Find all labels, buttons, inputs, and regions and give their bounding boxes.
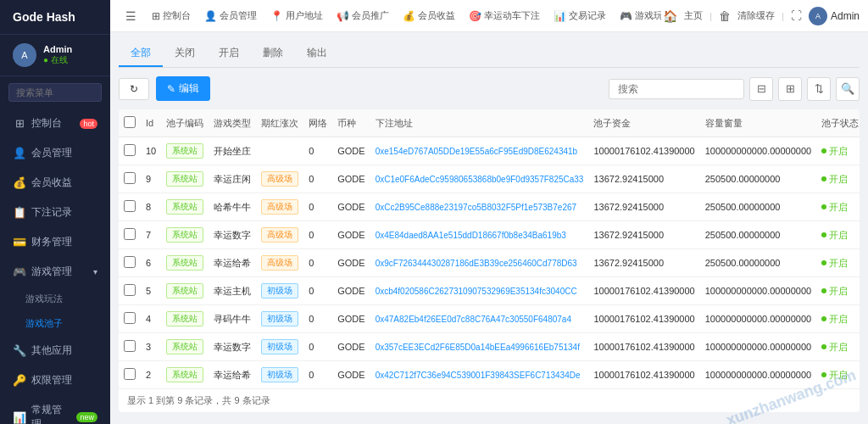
topnav-item-member-income[interactable]: 💰 会员收益 [396,6,462,25]
select-all-checkbox[interactable] [124,116,136,128]
topnav-item-dashboard[interactable]: ⊞ 控制台 [145,6,198,25]
row-capacity: 250500.00000000 [700,193,816,221]
row-type: 幸运数字 [209,333,256,361]
columns-icon-btn[interactable]: ⊟ [749,77,773,101]
content-area: 全部 关闭 开启 删除 输出 ↻ ✎ 编辑 ⊟ ⊞ ⇅ 🔍 [110,32,868,424]
topnav-address-icon: 📍 [270,10,283,22]
topnav-user[interactable]: A Admin [809,7,860,25]
tab-off[interactable]: 关闭 [163,41,207,67]
row-id: 2 [141,361,161,389]
sidebar-search-input[interactable] [8,83,102,102]
row-fund: 13672.92415000 [588,221,699,249]
clear-cache-label[interactable]: 清除缓存 [737,9,775,22]
home-label[interactable]: 主页 [684,9,703,22]
topnav-label: 交易记录 [569,9,606,22]
record-icon: 📋 [13,206,26,219]
monitor-icon: 📊 [13,411,26,424]
sidebar-item-monitor[interactable]: 📊 常规管理 new [0,395,110,424]
row-capacity: 100000000000.00000000 [700,277,816,305]
menu-toggle-button[interactable]: ☰ [119,6,143,26]
sidebar-item-permission[interactable]: 🔑 权限管理 [0,365,110,395]
row-capacity: 250500.00000000 [700,165,816,193]
row-fund: 13672.92415000 [588,249,699,277]
sidebar-item-game-mgmt[interactable]: 🎮 游戏管理 ▾ [0,257,110,287]
row-checkbox[interactable] [119,305,141,333]
row-id: 7 [141,221,161,249]
topnav-item-bet-record[interactable]: 🎯 幸运动车下注 [462,6,547,25]
topnav-label: 控制台 [163,9,191,22]
row-fund: 10000176102.41390000 [588,137,699,165]
row-type: 幸运庄闲 [209,165,256,193]
refresh-button[interactable]: ↻ [119,78,149,100]
row-network: 0 [303,221,332,249]
row-checkbox[interactable] [119,361,141,389]
pagination-info: 显示 1 到第 9 条记录，共 9 条记录 [119,394,860,412]
row-code: 系统站 [161,333,209,361]
topnav-item-member-mgmt[interactable]: 👤 会员管理 [198,6,264,25]
row-fund: 10000176102.41390000 [588,305,699,333]
sidebar-item-game-play[interactable]: 游戏玩法 [0,287,110,311]
clear-cache-icon[interactable]: 🗑 [719,9,731,23]
topnav-username: Admin [831,10,860,22]
layout-icon-btn[interactable]: ⊞ [778,77,802,101]
sidebar-item-dashboard[interactable]: ⊞ 控制台 hot [0,109,110,138]
topnav-item-trade-record[interactable]: 📊 交易记录 [547,6,613,25]
row-level: 高级场 [256,221,303,249]
fullscreen-icon[interactable]: ⛶ [791,9,802,22]
topnav-item-game-play[interactable]: 🎮 游戏玩法 [613,6,661,25]
sidebar-item-label: 其他应用 [31,343,72,358]
home-icon[interactable]: 🏠 [663,9,677,23]
sidebar-item-register-record[interactable]: 📋 下注记录 [0,198,110,227]
row-type: 寻码牛牛 [209,305,256,333]
col-capacity: 容量窗量 [700,109,816,137]
tab-open[interactable]: 开启 [207,41,251,67]
sidebar-search-section[interactable] [0,76,110,109]
topnav-right: 🏠 主页 | 🗑 清除缓存 | ⛶ A Admin [663,7,860,25]
row-capacity: 100000000000.00000000 [700,361,816,389]
finance-icon: 💳 [13,236,26,248]
row-address: 0x47A82Eb4f26EE0d7c88C76A47c30550F64807a… [370,305,589,333]
row-network: 0 [303,249,332,277]
tab-all[interactable]: 全部 [119,41,163,67]
row-coin: GODE [332,221,370,249]
row-address: 0xC1e0F6AdeCc95980653868b0e9F0d9357F825C… [370,165,589,193]
row-checkbox[interactable] [119,221,141,249]
topnav-item-user-address[interactable]: 📍 用户地址 [264,6,330,25]
table-row: 9 系统站 幸运庄闲 高级场 0 GODE 0xC1e0F6AdeCc95980… [119,165,860,193]
topnav-income-icon: 💰 [403,10,415,22]
new-badge: new [76,412,97,422]
row-checkbox[interactable] [119,193,141,221]
tab-output[interactable]: 输出 [295,41,339,67]
sidebar-item-label: 会员管理 [31,146,72,160]
row-checkbox[interactable] [119,249,141,277]
topnav-item-member-promo[interactable]: 📢 会员推广 [330,6,396,25]
sidebar-item-finance[interactable]: 💳 财务管理 [0,227,110,257]
col-type: 游戏类型 [209,109,256,137]
search-icon-btn[interactable]: 🔍 [836,77,860,101]
edit-button[interactable]: ✎ 编辑 [156,76,210,101]
row-type: 幸运给希 [209,249,256,277]
sidebar-item-member-income[interactable]: 💰 会员收益 [0,168,110,198]
sidebar-item-member-mgmt[interactable]: 👤 会员管理 [0,138,110,168]
row-network: 0 [303,193,332,221]
tab-delete[interactable]: 删除 [251,41,295,67]
row-checkbox[interactable] [119,165,141,193]
row-checkbox[interactable] [119,137,141,165]
row-id: 8 [141,193,161,221]
main-area: ☰ ⊞ 控制台 👤 会员管理 📍 用户地址 📢 会员推广 💰 会员收益 [110,0,868,424]
sidebar-item-label: 下注记录 [31,205,72,220]
row-address: 0x9cF726344430287186dE3B39ce256460Cd778D… [370,249,589,277]
row-level: 高级场 [256,249,303,277]
col-checkbox [119,109,141,137]
filter-icon-btn[interactable]: ⇅ [807,77,831,101]
row-checkbox[interactable] [119,277,141,305]
table-row: 5 系统站 幸运主机 初级场 0 GODE 0xcb4f020586C26273… [119,277,860,305]
sidebar-item-other-use[interactable]: 🔧 其他应用 [0,336,110,365]
search-input[interactable] [609,79,744,99]
app-logo: Gode Hash [0,0,110,35]
sidebar-item-game-pool[interactable]: 游戏池子 [0,311,110,336]
row-level [256,137,303,165]
row-capacity: 250500.00000000 [700,249,816,277]
row-checkbox[interactable] [119,333,141,361]
sidebar-user-section: A Admin ● 在线 [0,35,110,76]
